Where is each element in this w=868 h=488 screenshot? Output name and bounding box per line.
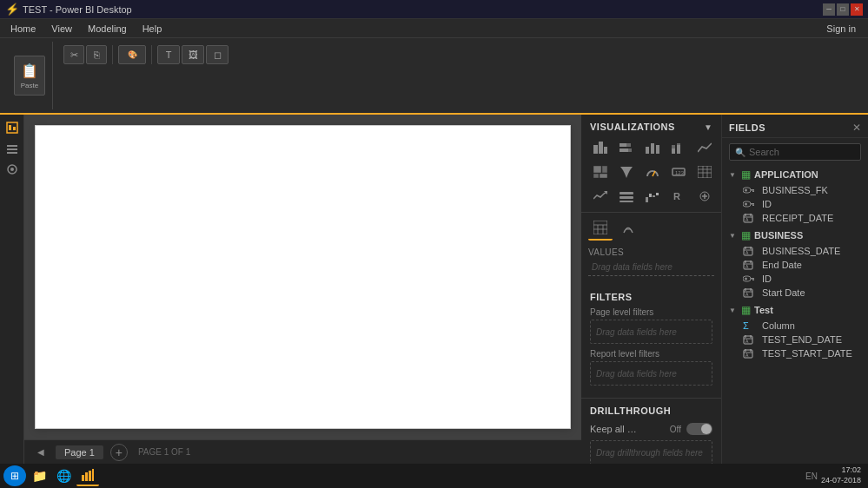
search-input[interactable]: [749, 147, 855, 157]
values-drop-zone[interactable]: Drag data fields here: [588, 259, 714, 276]
report-filter-section: Report level filters Drag data fields he…: [581, 349, 721, 386]
maximize-button[interactable]: □: [837, 3, 849, 16]
field-group-test-header[interactable]: ▼ ▦ Test: [726, 301, 865, 319]
field-group-business-header[interactable]: ▼ ▦ BUSINESS: [726, 227, 865, 244]
menu-help[interactable]: Help: [136, 19, 169, 38]
viz-line-chart[interactable]: [692, 137, 717, 158]
field-item-test-start-date[interactable]: A TEST_START_DATE: [726, 346, 865, 360]
svg-rect-0: [7, 122, 17, 133]
canvas-wrapper[interactable]: [24, 115, 581, 439]
svg-rect-14: [628, 148, 632, 152]
drillthrough-placeholder: Drag drillthrough fields here: [596, 448, 703, 458]
svg-rect-17: [656, 145, 659, 154]
sign-in-button[interactable]: Sign in: [818, 22, 865, 36]
field-receipt-date: RECEIPT_DATE: [762, 213, 833, 223]
fields-search-box: 🔍: [729, 143, 861, 161]
taskbar-sys-tray: EN 17:02 24-07-2018: [802, 465, 865, 485]
drillthrough-toggle[interactable]: [686, 423, 712, 435]
viz-r-visual[interactable]: R: [666, 186, 691, 207]
right-panel-split: VISUALIZATIONS ▼: [581, 115, 868, 464]
data-view-icon[interactable]: [3, 139, 22, 158]
page-filter-drop[interactable]: Drag data fields here: [590, 320, 712, 344]
viz-custom[interactable]: [692, 186, 717, 207]
paste-button[interactable]: 📋 Paste: [14, 56, 45, 96]
canvas-inner[interactable]: [35, 125, 571, 429]
fields-panel-title: FIELDS: [729, 122, 765, 133]
viz-treemap[interactable]: [588, 162, 613, 182]
taskbar-file-manager[interactable]: 📁: [28, 465, 50, 486]
shapes-button[interactable]: ◻: [206, 45, 229, 64]
clock-date: 24-07-2018: [821, 476, 861, 486]
page-tab[interactable]: Page 1: [56, 445, 103, 459]
taskbar-powerbi[interactable]: [76, 465, 99, 486]
field-cal-icon-tsd: A: [743, 348, 759, 359]
viz-stacked-bar[interactable]: [614, 137, 639, 158]
viz-col: VISUALIZATIONS ▼: [581, 115, 722, 464]
test-group-name: Test: [754, 305, 773, 315]
fields-tab-button[interactable]: [588, 216, 613, 241]
viz-slicer[interactable]: [614, 186, 639, 207]
svg-rect-20: [677, 145, 680, 154]
close-button[interactable]: ✕: [851, 3, 863, 16]
field-item-end-date[interactable]: A End Date: [726, 258, 865, 272]
field-item-test-end-date[interactable]: A TEST_END_DATE: [726, 333, 865, 346]
report-filter-drop[interactable]: Drag data fields here: [590, 361, 712, 386]
format-tab-button[interactable]: [616, 216, 640, 241]
svg-rect-94: [751, 278, 754, 280]
field-business-fk: BUSINESS_FK: [762, 185, 828, 195]
app-icon: ⚡: [5, 3, 19, 16]
field-test-end-date: TEST_END_DATE: [762, 334, 842, 345]
svg-rect-35: [698, 166, 712, 178]
viz-stacked-col[interactable]: [666, 137, 691, 158]
viz-icons-grid-2: 123: [581, 160, 721, 184]
viz-kpi[interactable]: [588, 186, 613, 207]
menu-modeling[interactable]: Modeling: [81, 19, 134, 38]
minimize-button[interactable]: ─: [823, 3, 835, 16]
viz-bar-chart[interactable]: [588, 137, 613, 158]
theme-group: 🎨: [118, 45, 146, 64]
field-item-receipt-date[interactable]: A RECEIPT_DATE: [726, 211, 865, 225]
svg-rect-18: [672, 148, 675, 154]
field-item-start-date[interactable]: A Start Date: [726, 286, 865, 300]
drillthrough-drop-zone[interactable]: Drag drillthrough fields here: [590, 440, 712, 464]
model-view-icon[interactable]: [3, 160, 22, 179]
text-box-button[interactable]: T: [157, 45, 180, 64]
report-filter-label: Report level filters: [590, 349, 712, 359]
drillthrough-keepall-row: Keep all … Off: [590, 423, 712, 435]
page-footer: ◀ Page 1 + PAGE 1 OF 1: [24, 439, 581, 464]
page-prev-button[interactable]: ◀: [33, 445, 49, 460]
theme-button[interactable]: 🎨: [118, 45, 146, 64]
field-group-application-header[interactable]: ▼ ▦ APPLICATION: [726, 166, 865, 183]
taskbar-browser[interactable]: 🌐: [52, 465, 75, 486]
menu-home[interactable]: Home: [3, 19, 43, 38]
ribbon-paste-section: 📋 Paste: [7, 42, 53, 109]
field-item-business-id[interactable]: ID: [726, 272, 865, 286]
copy-button[interactable]: ⎘: [86, 45, 107, 64]
cut-button[interactable]: ✂: [63, 45, 84, 64]
viz-gauge[interactable]: [640, 162, 665, 182]
field-item-column[interactable]: Σ Column: [726, 319, 865, 333]
add-page-button[interactable]: +: [110, 444, 128, 461]
viz-table[interactable]: [692, 162, 717, 182]
field-item-business-fk[interactable]: BUSINESS_FK: [726, 183, 865, 197]
viz-column-chart[interactable]: [640, 137, 665, 158]
application-items: BUSINESS_FK ID A: [726, 183, 865, 225]
viz-funnel[interactable]: [614, 162, 639, 182]
fields-panel-close-icon[interactable]: ✕: [852, 122, 861, 134]
menu-view[interactable]: View: [44, 19, 79, 38]
values-field-row: Values Drag data fields here: [588, 247, 714, 276]
business-arrow-icon: ▼: [729, 232, 738, 240]
start-button[interactable]: ⊞: [3, 465, 26, 486]
viz-waterfall[interactable]: [640, 186, 665, 207]
report-view-icon[interactable]: [3, 118, 22, 137]
svg-rect-21: [677, 143, 680, 145]
viz-collapse-arrow[interactable]: ▼: [704, 122, 712, 132]
page-filter-label: Page level filters: [590, 307, 712, 317]
svg-rect-53: [649, 194, 652, 197]
field-item-business-date[interactable]: A BUSINESS_DATE: [726, 244, 865, 258]
field-item-app-id[interactable]: ID: [726, 197, 865, 211]
field-cal-icon-sd: A: [743, 287, 759, 298]
canvas-and-footer: ◀ Page 1 + PAGE 1 OF 1: [24, 115, 581, 464]
viz-card[interactable]: 123: [666, 162, 691, 182]
image-button[interactable]: 🖼: [182, 45, 204, 64]
